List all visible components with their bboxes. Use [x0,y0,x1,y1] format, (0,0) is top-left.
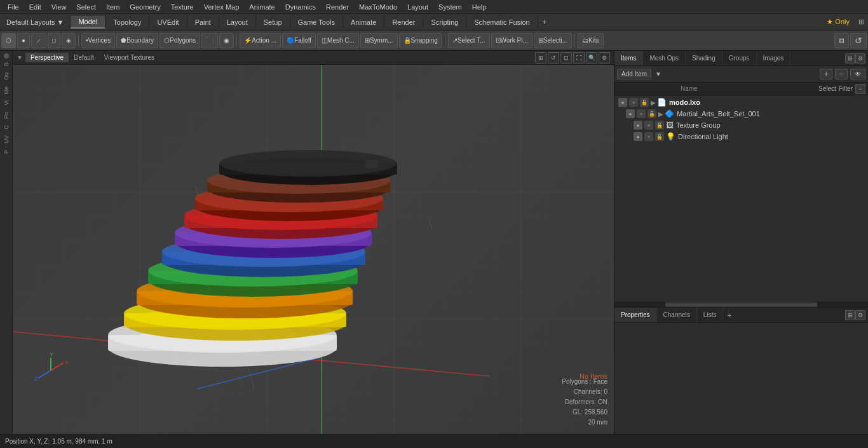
boundary-button[interactable]: ⬟ Boundary [116,33,158,48]
select-mode-none[interactable]: ⬡ [1,33,16,48]
camera-btn[interactable]: ◉ [219,33,234,48]
items-minus-icon[interactable]: − [835,69,848,79]
menu-dynamics[interactable]: Dynamics [280,2,321,12]
tab-animate[interactable]: Animate [343,17,384,28]
item-row-texture-group[interactable]: ● + 🔓 🖼 Texture Group [616,119,867,131]
item-lock-martial-arts[interactable]: 🔓 [648,109,656,118]
menu-layout[interactable]: Layout [402,2,433,12]
item-vis-martial-arts[interactable]: + [637,109,646,118]
item-vis-modo-lxo[interactable]: + [629,98,638,107]
item-eye-texture-group[interactable]: ● [634,121,642,130]
select-mode-face[interactable]: □ [48,33,60,48]
viewport-canvas[interactable]: X Y Z No Items Polygons : Face Channels:… [13,65,614,434]
menu-render[interactable]: Render [321,2,354,12]
menu-animate[interactable]: Animate [244,2,280,12]
props-settings-icon[interactable]: ⚙ [855,310,865,320]
tab-paint[interactable]: Paint [187,17,219,28]
select-tool-button[interactable]: ↗ Select T... [448,33,490,48]
select-mode-edge[interactable]: ⟋ [31,33,46,48]
tab-schematic-fusion[interactable]: Schematic Fusion [466,17,538,28]
panel-settings-icon[interactable]: ⚙ [855,53,865,64]
menu-item[interactable]: Item [101,2,125,12]
sidebar-dot-1[interactable] [4,53,9,58]
item-lock-modo-lxo[interactable]: 🔓 [640,98,649,107]
falloff-button[interactable]: 🔵 Falloff [282,33,316,48]
cube-view-btn[interactable]: ⧈ [834,33,849,48]
vp-ctrl-5[interactable]: 🔍 [586,52,597,64]
filter-column-header[interactable]: Filter [839,85,853,92]
star-only-button[interactable]: ★ Only [822,17,855,27]
col-header-minus[interactable]: − [855,84,865,94]
item-lock-directional-light[interactable]: 🔓 [655,132,664,141]
item-row-martial-arts[interactable]: ● + 🔓 ▶ 🔷 Martial_Arts_Belt_Set_001 [616,108,867,119]
item-eye-martial-arts[interactable]: ● [626,109,635,118]
tab-scripting[interactable]: Scripting [423,17,466,28]
tab-model[interactable]: Model [71,16,105,29]
rotate-view-btn[interactable]: ↺ [850,33,867,48]
vp-ctrl-settings[interactable]: ⚙ [599,52,610,64]
menu-file[interactable]: File [3,2,24,12]
tab-channels[interactable]: Channels [657,308,697,322]
arrow-modo-lxo[interactable]: ▶ [651,99,656,106]
menu-maxtomodo[interactable]: MaxToModo [354,2,402,12]
polygons-button[interactable]: ⬡ Polygons [159,33,200,48]
viewport[interactable]: ▼ Perspective Default Viewport Textures … [13,51,614,434]
menu-texture[interactable]: Texture [166,2,199,12]
selection-button[interactable]: ⊞ Selecti... [534,33,572,48]
viewport-collapse-icon[interactable]: ▼ [17,54,23,61]
item-vis-texture-group[interactable]: + [644,121,653,130]
work-plane-button[interactable]: ⊡ Work Pl... [491,33,532,48]
item-row-directional-light[interactable]: ● + 🔓 💡 Directional Light [616,131,867,142]
action-button[interactable]: ⚡ Action ... [240,33,281,48]
props-expand-icon[interactable]: ⊞ [845,310,855,320]
menu-vertex-map[interactable]: Vertex Map [199,2,245,12]
vp-ctrl-4[interactable]: ⛶ [573,52,585,64]
tab-uvedit[interactable]: UVEdit [149,17,187,28]
tab-setup[interactable]: Setup [256,17,290,28]
item-eye-modo-lxo[interactable]: ● [618,98,627,107]
vertices-button[interactable]: • Vertices [81,33,115,48]
add-item-button[interactable]: Add Item [617,69,651,79]
vp-ctrl-3[interactable]: ⊡ [560,52,572,64]
items-eye-icon[interactable]: 👁 [850,69,865,79]
menu-help[interactable]: Help [467,2,492,12]
tab-layout[interactable]: Layout [219,17,256,28]
select-mode-material[interactable]: ◈ [62,33,76,48]
item-vis-directional-light[interactable]: + [644,132,653,141]
viewport-tab-textures[interactable]: Viewport Textures [99,53,159,62]
default-layouts-dropdown[interactable]: Default Layouts ▼ [0,17,71,27]
menu-select[interactable]: Select [71,2,101,12]
tab-mesh-ops[interactable]: Mesh Ops [643,51,686,65]
vp-ctrl-1[interactable]: ⊞ [535,52,546,64]
tab-render[interactable]: Render [384,17,423,28]
item-eye-directional-light[interactable]: ● [634,132,642,141]
add-item-chevron[interactable]: ▼ [655,71,661,78]
items-plus-icon[interactable]: + [820,69,832,79]
arrow-martial-arts[interactable]: ▶ [658,111,663,118]
item-row-modo-lxo[interactable]: ● + 🔓 ▶ 📄 modo.lxo [616,97,867,108]
tab-images[interactable]: Images [757,51,791,65]
items-scrollbar[interactable] [614,302,868,307]
mesh-constraint-button[interactable]: ◫ Mesh C... [317,33,359,48]
menu-view[interactable]: View [46,2,72,12]
props-tab-add[interactable]: + [723,310,735,320]
menu-system[interactable]: System [433,2,467,12]
vp-ctrl-2[interactable]: ↺ [548,52,559,64]
select-mode-vertex[interactable]: ● [17,33,30,48]
item-lock-texture-group[interactable]: 🔓 [655,121,664,130]
tab-groups[interactable]: Groups [722,51,757,65]
menu-geometry[interactable]: Geometry [125,2,165,12]
tab-lists[interactable]: Lists [697,308,724,322]
tab-topology[interactable]: Topology [105,17,149,28]
viewport-tab-perspective[interactable]: Perspective [25,53,69,62]
panel-expand-icon[interactable]: ⊞ [845,53,855,64]
tab-shading[interactable]: Shading [686,51,722,65]
add-layout-button[interactable]: + [538,16,551,28]
menu-edit[interactable]: Edit [24,2,46,12]
tab-game-tools[interactable]: Game Tools [290,17,344,28]
tab-properties[interactable]: Properties [614,308,657,322]
select-column-header[interactable]: Select [818,85,836,92]
maximize-button[interactable]: ⊞ [855,17,868,27]
tab-items[interactable]: Items [614,51,643,65]
symmetry-button[interactable]: ⊞ Symm... [360,33,398,48]
